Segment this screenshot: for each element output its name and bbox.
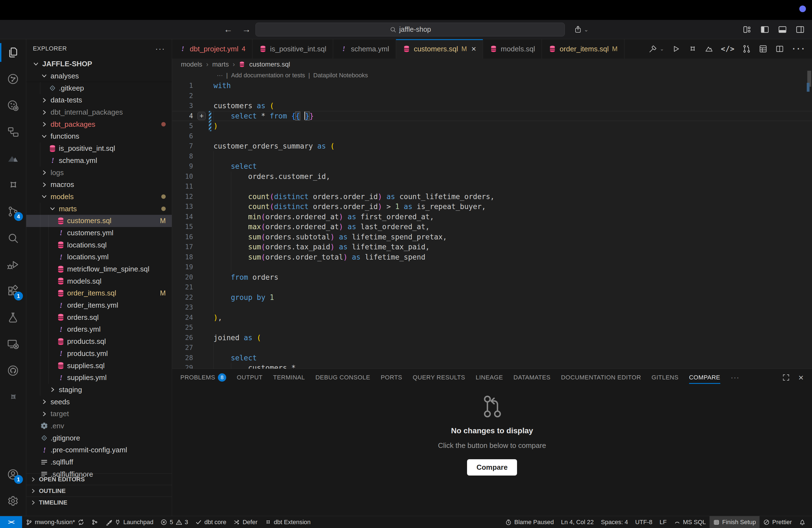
tree-item-env[interactable]: .env bbox=[26, 420, 172, 432]
breadcrumb-part[interactable]: models bbox=[181, 60, 202, 68]
tree-item-orders-yml[interactable]: !orders.yml bbox=[26, 323, 172, 336]
panel-tab-terminal[interactable]: TERMINAL bbox=[273, 369, 305, 386]
tree-item-macros[interactable]: macros bbox=[26, 179, 172, 191]
activity-item-run-and-debug[interactable] bbox=[0, 251, 26, 278]
dbt-build-button[interactable] bbox=[648, 44, 657, 54]
close-icon[interactable]: × bbox=[472, 44, 476, 54]
maximize-panel-icon[interactable] bbox=[782, 373, 790, 382]
forward-button[interactable]: → bbox=[242, 24, 251, 34]
status-launchpad[interactable]: Launchpad bbox=[102, 516, 157, 528]
panel-tab-documentation-editor[interactable]: DOCUMENTATION EDITOR bbox=[561, 369, 641, 386]
tree-item-customers-yml[interactable]: !customers.yml bbox=[26, 227, 172, 239]
panel-more-tabs[interactable]: ··· bbox=[731, 373, 740, 382]
activity-item-accounts[interactable]: 1 bbox=[0, 461, 26, 488]
status-notifications[interactable] bbox=[795, 516, 809, 528]
codelens-link[interactable]: Datapilot Notebooks bbox=[313, 72, 368, 79]
customize-layout-icon[interactable] bbox=[742, 25, 752, 34]
status-git-compare[interactable] bbox=[88, 516, 102, 528]
tree-item-seeds[interactable]: seeds bbox=[26, 396, 172, 408]
activity-item-manage[interactable] bbox=[0, 488, 26, 514]
tree-item-models[interactable]: models bbox=[26, 191, 172, 203]
tree-item-is-positive-int-sql[interactable]: is_positive_int.sql bbox=[26, 143, 172, 155]
dbt-power-user-action[interactable] bbox=[688, 44, 697, 54]
tab-customers-sql[interactable]: customers.sql M × bbox=[396, 39, 483, 59]
code-editor[interactable]: ···|Add documentation or tests|Datapilot… bbox=[172, 70, 812, 369]
status-finish-setup[interactable]: Finish Setup bbox=[710, 516, 759, 528]
activity-item-remote-explorer[interactable] bbox=[0, 331, 26, 357]
breadcrumb-part[interactable]: marts bbox=[212, 60, 229, 68]
tree-item-jaffle-shop[interactable]: JAFFLE-SHOP bbox=[26, 58, 172, 70]
tab-is-positive-int-sql[interactable]: is_positive_int.sql bbox=[252, 39, 333, 59]
tree-item-pre-commit-config-yaml[interactable]: !.pre-commit-config.yaml bbox=[26, 444, 172, 456]
compare-button[interactable]: Compare bbox=[467, 459, 517, 475]
tree-item-models-sql[interactable]: models.sql bbox=[26, 275, 172, 287]
status-language-mode[interactable]: MS SQL bbox=[670, 516, 710, 528]
codelens-link[interactable]: Add documentation or tests bbox=[231, 72, 305, 79]
panel-tab-output[interactable]: OUTPUT bbox=[237, 369, 262, 386]
activity-item-search[interactable] bbox=[0, 225, 26, 251]
tree-item-supplies-yml[interactable]: !supplies.yml bbox=[26, 372, 172, 384]
breadcrumb-file[interactable]: customers.sql bbox=[249, 60, 290, 68]
breadcrumb[interactable]: models›marts›customers.sql bbox=[172, 59, 812, 70]
tab-models-sql[interactable]: models.sql bbox=[483, 39, 542, 59]
status-indentation[interactable]: Spaces: 4 bbox=[597, 516, 632, 528]
close-panel-icon[interactable]: × bbox=[798, 372, 804, 383]
toggle-panel-icon[interactable] bbox=[778, 25, 787, 34]
tab-order-items-sql[interactable]: order_items.sql M bbox=[542, 39, 624, 59]
panel-tab-ports[interactable]: PORTS bbox=[381, 369, 402, 386]
tree-item-dbt-internal-packages[interactable]: dbt_internal_packages bbox=[26, 106, 172, 118]
tree-item-products-yml[interactable]: !products.yml bbox=[26, 348, 172, 360]
tree-item-functions[interactable]: functions bbox=[26, 130, 172, 143]
activity-item-git-graph[interactable]: 4 bbox=[0, 198, 26, 225]
tree-item-orders-sql[interactable]: orders.sql bbox=[26, 311, 172, 323]
panel-tab-debug-console[interactable]: DEBUG CONSOLE bbox=[315, 369, 370, 386]
tree-item-schema-yml[interactable]: !schema.yml bbox=[26, 155, 172, 167]
status-eol[interactable]: LF bbox=[656, 516, 670, 528]
tree-item-customers-sql[interactable]: customers.sqlM bbox=[26, 215, 172, 227]
remote-indicator[interactable]: >< bbox=[0, 516, 22, 528]
activity-item-source-control-repos[interactable] bbox=[0, 92, 26, 119]
status-dbt-extension[interactable]: dbt Extension bbox=[261, 516, 314, 528]
dbt-lineage-action[interactable] bbox=[704, 44, 714, 54]
tab-schema-yml[interactable]: ! schema.yml bbox=[333, 39, 396, 59]
tree-item-sqlfluff[interactable]: .sqlfluff bbox=[26, 456, 172, 468]
panel-tab-problems[interactable]: PROBLEMS8 bbox=[180, 369, 226, 386]
status-dbt-core[interactable]: dbt core bbox=[192, 516, 230, 528]
panel-tab-datamates[interactable]: DATAMATES bbox=[513, 369, 550, 386]
activity-item-extensions[interactable]: 1 bbox=[0, 278, 26, 304]
status-cursor-position[interactable]: Ln 4, Col 22 bbox=[557, 516, 597, 528]
sidebar-section-timeline[interactable]: TIMELINE bbox=[26, 497, 172, 508]
more-actions-button[interactable]: ··· bbox=[792, 45, 806, 53]
split-editor-button[interactable] bbox=[775, 44, 784, 54]
tree-item-target[interactable]: target bbox=[26, 408, 172, 420]
tree-item-analyses[interactable]: analyses bbox=[26, 70, 172, 82]
tree-item-locations-sql[interactable]: locations.sql bbox=[26, 239, 172, 251]
explorer-more-actions[interactable]: ··· bbox=[155, 44, 165, 53]
tree-item-order-items-yml[interactable]: !order_items.yml bbox=[26, 299, 172, 311]
tree-item-dbt-packages[interactable]: dbt_packages bbox=[26, 118, 172, 130]
activity-item-dbt[interactable] bbox=[0, 145, 26, 172]
panel-tab-gitlens[interactable]: GITLENS bbox=[652, 369, 679, 386]
sidebar-section-open-editors[interactable]: OPEN EDITORS bbox=[26, 473, 172, 485]
status-prettier[interactable]: Prettier bbox=[759, 516, 795, 528]
back-button[interactable]: ← bbox=[224, 24, 233, 34]
panel-tab-query-results[interactable]: QUERY RESULTS bbox=[412, 369, 465, 386]
status-defer[interactable]: Defer bbox=[230, 516, 261, 528]
status-encoding[interactable]: UTF-8 bbox=[632, 516, 656, 528]
activity-item-source-control[interactable] bbox=[0, 66, 26, 92]
query-results-action[interactable] bbox=[758, 44, 768, 54]
toggle-sidebar-icon[interactable] bbox=[760, 25, 769, 34]
panel-tab-lineage[interactable]: LINEAGE bbox=[476, 369, 503, 386]
tree-item-marts[interactable]: marts bbox=[26, 203, 172, 215]
status-problems[interactable]: 53 bbox=[157, 516, 192, 528]
share-button[interactable]: ⌄ bbox=[574, 25, 589, 34]
status-branch[interactable]: mwong-fusion* bbox=[22, 516, 88, 528]
tree-item-products-sql[interactable]: products.sql bbox=[26, 336, 172, 348]
activity-item-testing[interactable] bbox=[0, 304, 26, 331]
tree-item-staging[interactable]: staging bbox=[26, 384, 172, 396]
inline-add-button[interactable]: + bbox=[198, 112, 206, 120]
tree-item-order-items-sql[interactable]: order_items.sqlM bbox=[26, 287, 172, 299]
toggle-secondary-sidebar-icon[interactable] bbox=[795, 25, 805, 34]
tree-item-data-tests[interactable]: data-tests bbox=[26, 94, 172, 106]
tree-item-metricflow-time-spine-sql[interactable]: metricflow_time_spine.sql bbox=[26, 263, 172, 275]
